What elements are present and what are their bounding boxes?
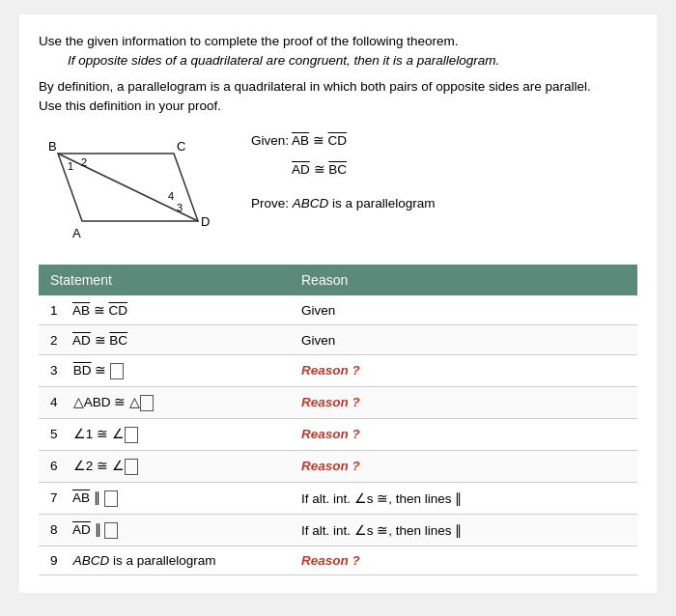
- table-row: 1 AB ≅ CD Given: [39, 295, 637, 325]
- svg-text:1: 1: [68, 160, 73, 172]
- reason-1: Given: [290, 295, 637, 325]
- svg-text:A: A: [72, 226, 81, 240]
- svg-text:2: 2: [81, 156, 87, 168]
- table-row: 7 AB ∥ If alt. int. ∠s ≅, then lines ∥: [39, 482, 637, 514]
- reason-3[interactable]: Reason ?: [290, 355, 637, 387]
- reason-6[interactable]: Reason ?: [290, 450, 637, 482]
- svg-text:4: 4: [168, 190, 174, 202]
- table-row: 5 ∠1 ≅ ∠ Reason ?: [39, 418, 637, 450]
- parallelogram-diagram: B C D A 1 2 3 4: [39, 129, 217, 255]
- stmt-4: 4 △ABD ≅ △: [39, 386, 290, 418]
- header-statement: Statement: [39, 265, 290, 295]
- svg-text:D: D: [201, 214, 210, 229]
- reason-7: If alt. int. ∠s ≅, then lines ∥: [290, 482, 637, 514]
- definition-block: By definition, a parallelogram is a quad…: [39, 77, 637, 117]
- reason-link-9[interactable]: Reason ?: [301, 553, 360, 568]
- reason-link-3[interactable]: Reason ?: [301, 363, 360, 378]
- table-body: 1 AB ≅ CD Given 2 AD ≅ BC Given 3 BD ≅: [39, 295, 637, 574]
- theorem-text: If opposite sides of a quadrilateral are…: [68, 51, 637, 70]
- table-header: Statement Reason: [39, 265, 637, 295]
- given-label: Given: AB ≅ CD: [251, 133, 347, 148]
- given-area: Given: AB ≅ CD AD ≅ BC Prove: ABCD is a …: [251, 129, 637, 215]
- intro-line1: Use the given information to complete th…: [39, 32, 637, 71]
- stmt-8: 8 AD ∥: [39, 514, 290, 546]
- table-row: 2 AD ≅ BC Given: [39, 325, 637, 355]
- table-row: 9 ABCD is a parallelogram Reason ?: [39, 546, 637, 574]
- table-row: 4 △ABD ≅ △ Reason ?: [39, 386, 637, 418]
- figure-given-row: B C D A 1 2 3 4 Given: AB ≅ CD AD ≅ BC P…: [39, 129, 637, 255]
- definition-text: By definition, a parallelogram is a quad…: [39, 79, 591, 94]
- table-row: 6 ∠2 ≅ ∠ Reason ?: [39, 450, 637, 482]
- stmt-3: 3 BD ≅: [39, 355, 290, 387]
- reason-9[interactable]: Reason ?: [290, 546, 637, 574]
- stmt-7: 7 AB ∥: [39, 482, 290, 514]
- stmt-2: 2 AD ≅ BC: [39, 325, 290, 355]
- reason-link-5[interactable]: Reason ?: [301, 427, 360, 441]
- reason-8: If alt. int. ∠s ≅, then lines ∥: [290, 514, 637, 546]
- reason-2: Given: [290, 325, 637, 355]
- header-reason: Reason: [290, 265, 637, 295]
- svg-text:B: B: [48, 139, 57, 154]
- svg-text:3: 3: [177, 202, 183, 213]
- given2-text: AD ≅ BC: [292, 162, 347, 177]
- table-row: 8 AD ∥ If alt. int. ∠s ≅, then lines ∥: [39, 514, 637, 546]
- reason-link-4[interactable]: Reason ?: [301, 395, 360, 409]
- stmt-9: 9 ABCD is a parallelogram: [39, 546, 290, 574]
- table-row: 3 BD ≅ Reason ?: [39, 355, 637, 387]
- prove-line: Prove: ABCD is a parallelogram: [251, 192, 637, 215]
- stmt-5: 5 ∠1 ≅ ∠: [39, 418, 290, 450]
- use-definition-text: Use this definition in your proof.: [39, 98, 221, 113]
- svg-text:C: C: [177, 139, 185, 154]
- figure-area: B C D A 1 2 3 4: [39, 129, 222, 255]
- stmt-6: 6 ∠2 ≅ ∠: [39, 450, 290, 482]
- reason-5[interactable]: Reason ?: [290, 418, 637, 450]
- reason-4[interactable]: Reason ?: [290, 386, 637, 418]
- intro-text-line1: Use the given information to complete th…: [39, 34, 459, 48]
- reason-link-6[interactable]: Reason ?: [301, 459, 360, 473]
- proof-table: Statement Reason 1 AB ≅ CD Given 2 AD ≅ …: [39, 265, 637, 575]
- stmt-1: 1 AB ≅ CD: [39, 295, 290, 325]
- main-page: Use the given information to complete th…: [19, 14, 657, 593]
